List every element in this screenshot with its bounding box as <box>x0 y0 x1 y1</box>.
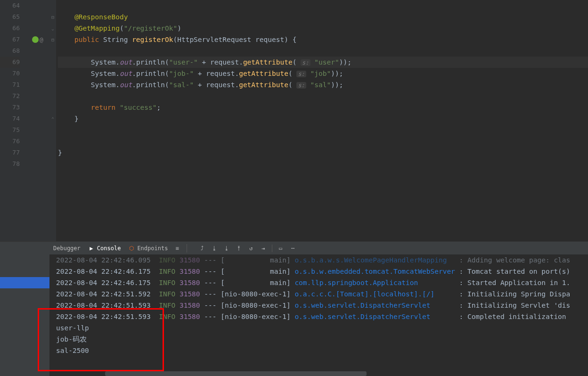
gutter-icon-strip: @ <box>26 0 49 241</box>
tab-list-icon[interactable]: ≡ <box>175 245 179 252</box>
line-number: 66 <box>0 23 20 34</box>
drop-frame-icon[interactable]: ↺ <box>247 245 255 252</box>
line-number: 73 <box>0 102 20 113</box>
tab-endpoints[interactable]: ⬡Endpoints <box>128 245 168 252</box>
selected-frame-indicator[interactable] <box>0 277 49 288</box>
run-to-cursor-icon[interactable]: ⇥ <box>260 245 267 252</box>
line-number: 74 <box>0 113 20 124</box>
stdout-line: sal-2500 <box>56 345 588 356</box>
line-number: 75 <box>0 124 20 136</box>
endpoints-icon: ⬡ <box>128 245 135 252</box>
tab-console[interactable]: ▶Console <box>88 245 121 252</box>
annotation-responsebody: @ResponseBody <box>74 13 128 21</box>
fold-column: ⊟ ⌄ ⊟ ⌃ <box>49 0 56 241</box>
line-number: 64 <box>0 0 20 11</box>
fold-marker-icon[interactable]: ⊟ <box>49 11 56 23</box>
console-icon: ▶ <box>88 245 95 252</box>
console-toolbar: ⤴ ⭳ ⭳ ⭱ ↺ ⇥ ▭ ⋯ <box>198 245 297 252</box>
annotation-getmapping: @GetMapping <box>74 25 120 32</box>
stdout-line: user-llp <box>56 322 588 334</box>
spring-bean-icon[interactable] <box>32 36 39 43</box>
debug-side-strip <box>0 254 49 376</box>
line-number: 78 <box>0 158 20 170</box>
evaluate-icon[interactable]: ▭ <box>277 245 285 252</box>
at-icon: @ <box>40 36 43 43</box>
fold-marker-icon[interactable]: ⌃ <box>49 113 56 124</box>
method-name: registerOk <box>132 36 173 43</box>
fold-marker-icon[interactable]: ⌄ <box>49 23 56 34</box>
horizontal-scrollbar[interactable] <box>105 371 367 376</box>
line-number-gutter: 64 65 66 67 68 69 70 71 72 73 74 75 76 7… <box>0 0 26 241</box>
line-number: 72 <box>0 90 20 102</box>
fold-marker-icon[interactable]: ⊟ <box>49 34 56 45</box>
line-number: 70 <box>0 68 20 79</box>
code-editor[interactable]: 64 65 66 67 68 69 70 71 72 73 74 75 76 7… <box>0 0 588 241</box>
force-step-into-icon[interactable]: ⭳ <box>223 245 230 252</box>
console-output[interactable]: 2022-08-04 22:42:46.095 INFO 31580 --- [… <box>49 254 588 376</box>
line-number: 71 <box>0 79 20 90</box>
step-over-icon[interactable]: ⤴ <box>198 245 206 252</box>
debug-panel-toolbar: Debugger ▶Console ⬡Endpoints ≡ ⤴ ⭳ ⭳ ⭱ ↺… <box>49 241 588 254</box>
line-number: 67 <box>0 34 20 45</box>
line-number: 77 <box>0 147 20 158</box>
line-number: 69 <box>0 57 20 68</box>
stdout-line: job-码农 <box>56 334 588 345</box>
line-number: 65 <box>0 11 20 23</box>
tab-debugger[interactable]: Debugger <box>53 245 81 252</box>
line-number: 76 <box>0 136 20 147</box>
step-into-icon[interactable]: ⭳ <box>211 245 218 252</box>
line-number: 68 <box>0 45 20 57</box>
step-out-icon[interactable]: ⭱ <box>235 245 243 252</box>
code-content[interactable]: @ResponseBody @GetMapping("/registerOk")… <box>56 0 588 241</box>
trace-icon[interactable]: ⋯ <box>289 245 297 252</box>
